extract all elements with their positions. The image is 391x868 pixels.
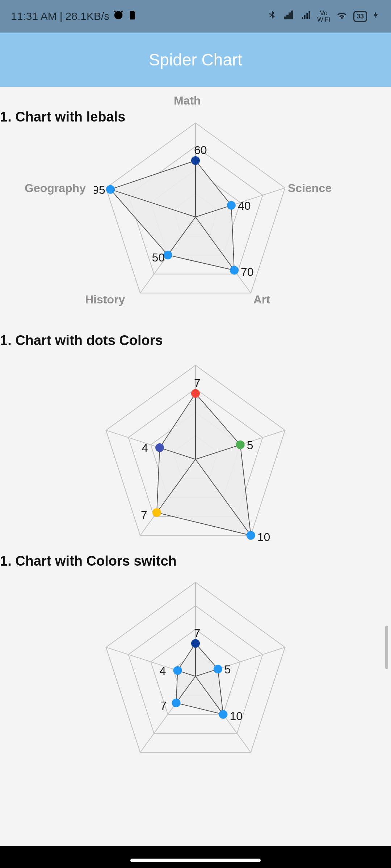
- status-sep: |: [60, 10, 63, 22]
- svg-text:7: 7: [194, 626, 201, 639]
- main-content[interactable]: Math 1. Chart with lebals Science Art Hi…: [0, 87, 391, 868]
- axis-label-math: Math: [174, 94, 201, 107]
- svg-text:50: 50: [152, 251, 165, 264]
- nav-bar: [0, 846, 391, 868]
- scroll-indicator[interactable]: [385, 626, 388, 669]
- svg-text:95: 95: [94, 183, 105, 196]
- status-net-speed: 28.1KB/s: [66, 10, 110, 22]
- app-bar: Spider Chart: [0, 33, 391, 87]
- signal-1-icon: [282, 10, 295, 23]
- page-title: Spider Chart: [149, 50, 242, 69]
- svg-text:5: 5: [247, 439, 253, 452]
- svg-point-17: [164, 251, 172, 259]
- svg-text:5: 5: [224, 663, 231, 676]
- vo-wifi-label: VoWiFi: [317, 10, 330, 23]
- status-time: 11:31 AM: [11, 10, 57, 22]
- svg-text:10: 10: [230, 710, 243, 723]
- wifi-icon: [335, 10, 348, 23]
- svg-text:7: 7: [160, 699, 167, 712]
- svg-text:40: 40: [238, 199, 251, 212]
- svg-point-15: [230, 266, 239, 275]
- spider-chart-1: 6040705095: [94, 109, 297, 311]
- status-left: 11:31 AM | 28.1KB/s: [11, 9, 138, 24]
- svg-point-55: [214, 665, 222, 673]
- svg-point-19: [106, 185, 115, 194]
- svg-text:4: 4: [160, 664, 166, 677]
- svg-point-13: [227, 201, 236, 210]
- battery-indicator: 33: [353, 11, 367, 22]
- gesture-pill[interactable]: [130, 859, 261, 862]
- svg-point-53: [191, 639, 200, 648]
- alarm-icon: [112, 9, 125, 24]
- spider-chart-3: 751074: [94, 568, 297, 770]
- status-right: VoWiFi 33: [266, 9, 380, 24]
- spider-chart-2: 751074: [94, 351, 297, 553]
- svg-point-11: [191, 156, 200, 165]
- sd-icon: [127, 9, 138, 24]
- svg-point-38: [152, 508, 161, 517]
- svg-point-32: [191, 389, 200, 398]
- svg-point-61: [173, 666, 182, 675]
- svg-point-59: [172, 699, 181, 707]
- section-title-3: 1. Chart with Colors switch: [0, 553, 177, 569]
- svg-text:70: 70: [241, 265, 254, 278]
- svg-text:4: 4: [142, 442, 148, 455]
- svg-point-34: [236, 441, 245, 449]
- svg-point-36: [247, 531, 255, 540]
- svg-text:60: 60: [194, 144, 207, 157]
- section-title-2: 1. Chart with dots Colors: [0, 333, 163, 348]
- svg-text:10: 10: [257, 531, 270, 544]
- status-bar: 11:31 AM | 28.1KB/s VoWiFi 33: [0, 0, 391, 33]
- bolt-icon: [372, 10, 380, 23]
- signal-2-icon: [300, 10, 312, 23]
- svg-text:7: 7: [141, 509, 147, 522]
- svg-text:7: 7: [194, 376, 201, 390]
- battery-pct: 33: [353, 11, 367, 22]
- bluetooth-icon: [266, 9, 277, 24]
- svg-point-57: [219, 710, 227, 719]
- axis-label-geography: Geography: [25, 182, 86, 195]
- svg-point-40: [155, 443, 164, 452]
